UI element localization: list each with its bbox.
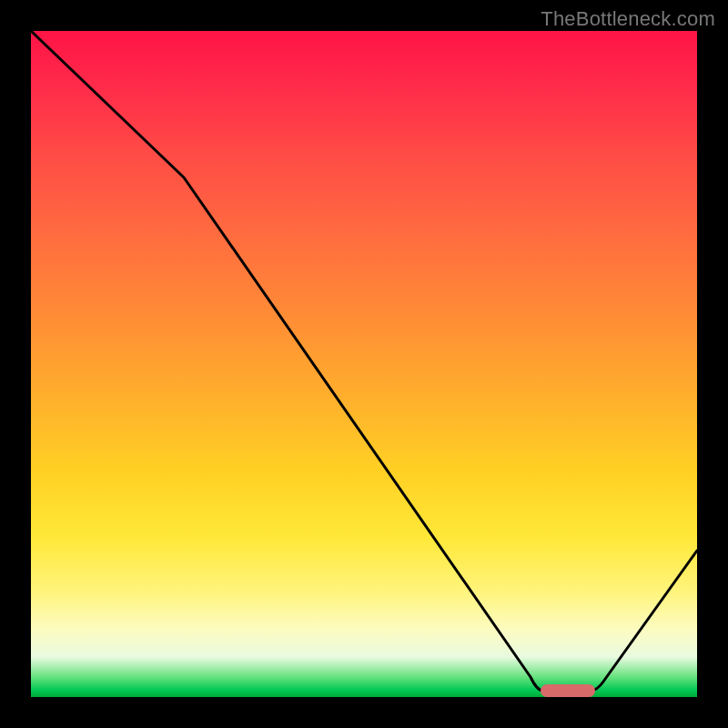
plot-area [31, 31, 697, 697]
chart-frame: TheBottleneck.com [0, 0, 728, 728]
chart-svg [31, 31, 697, 697]
bottleneck-curve [31, 31, 697, 691]
watermark-text: TheBottleneck.com [541, 7, 715, 31]
optimal-range-marker [541, 684, 595, 697]
